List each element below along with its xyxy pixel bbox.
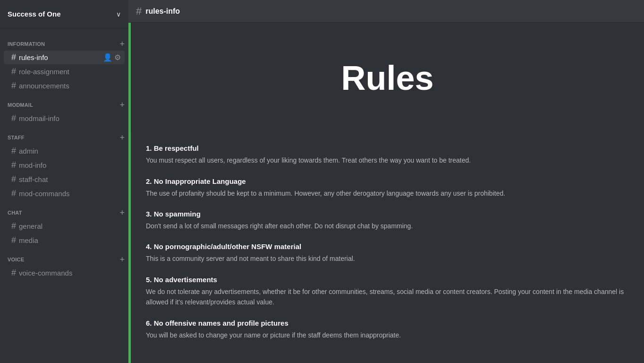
add-channel-information[interactable]: + — [119, 40, 125, 48]
category-label-modmail: MODMAIL — [8, 102, 33, 108]
header-hash-icon: # — [136, 5, 142, 17]
channel-item-mod-info[interactable]: # mod-info — [4, 158, 125, 172]
channel-header: # rules-info — [128, 0, 644, 23]
add-member-icon[interactable]: 👤 — [103, 53, 112, 62]
settings-icon[interactable]: ⚙ — [114, 53, 121, 62]
channel-name-general: general — [19, 222, 121, 230]
banner-title: Rules — [341, 59, 433, 97]
channel-name-role-assignment: role-assignment — [19, 68, 121, 76]
content-area[interactable]: Rules 1. Be respectful You must respect … — [128, 23, 644, 363]
rule-5: 5. No advertisements We do not tolerate … — [146, 276, 629, 308]
add-channel-modmail[interactable]: + — [119, 101, 125, 109]
add-channel-staff[interactable]: + — [119, 133, 125, 142]
rule-2-title: 2. No Inappropriate Language — [146, 177, 629, 185]
rule-6: 6. No offensive names and profile pictur… — [146, 319, 629, 340]
hash-icon-media: # — [11, 235, 16, 245]
channel-name-modmail-info: modmail-info — [19, 114, 121, 122]
channel-item-voice-commands[interactable]: # voice-commands — [4, 266, 125, 280]
channel-item-admin[interactable]: # admin — [4, 144, 125, 158]
rule-4-title: 4. No pornographic/adult/other NSFW mate… — [146, 242, 629, 251]
rule-3-description: Don't send a lot of small messages right… — [146, 221, 629, 231]
hash-icon-admin: # — [11, 146, 16, 156]
category-voice[interactable]: VOICE + — [0, 248, 128, 266]
channel-name-staff-chat: staff-chat — [19, 175, 121, 183]
category-label-chat: CHAT — [8, 210, 22, 216]
chevron-down-icon: ∨ — [116, 10, 121, 18]
hash-icon-voice-commands: # — [11, 268, 16, 278]
rule-3: 3. No spamming Don't send a lot of small… — [146, 210, 629, 231]
channel-item-role-assignment[interactable]: # role-assignment — [4, 65, 125, 78]
channel-list: INFORMATION + # rules-info 👤 ⚙ # role-as… — [0, 28, 128, 363]
add-channel-voice[interactable]: + — [119, 255, 125, 264]
channel-item-rules-info[interactable]: # rules-info 👤 ⚙ — [4, 51, 125, 64]
rule-4-description: This is a community server and not meant… — [146, 253, 629, 264]
rule-1: 1. Be respectful You must respect all us… — [146, 144, 629, 165]
channel-item-announcements[interactable]: # announcements — [4, 79, 125, 93]
hash-icon-general: # — [11, 221, 16, 231]
hash-icon-staff-chat: # — [11, 174, 16, 184]
rules-content: 1. Be respectful You must respect all us… — [128, 133, 644, 363]
server-header[interactable]: Success of One ∨ — [0, 0, 128, 28]
channel-item-staff-chat[interactable]: # staff-chat — [4, 173, 125, 186]
channel-name-announcements: announcements — [19, 82, 121, 90]
category-label-information: INFORMATION — [8, 41, 45, 47]
channel-name-admin: admin — [19, 147, 121, 155]
rule-6-description: You will be asked to change your name or… — [146, 330, 629, 340]
sidebar: Success of One ∨ INFORMATION + # rules-i… — [0, 0, 128, 363]
channel-name-voice-commands: voice-commands — [19, 269, 121, 277]
hash-icon-modmail-info: # — [11, 113, 16, 123]
hash-icon-announcements: # — [11, 81, 16, 91]
category-modmail[interactable]: MODMAIL + — [0, 93, 128, 111]
hash-icon-role-assignment: # — [11, 67, 16, 77]
rules-banner: Rules — [128, 23, 644, 133]
channel-name-media: media — [19, 236, 121, 244]
rule-5-title: 5. No advertisements — [146, 276, 629, 284]
channel-name-mod-commands: mod-commands — [19, 190, 121, 198]
rule-1-description: You must respect all users, regardless o… — [146, 155, 629, 165]
rule-3-title: 3. No spamming — [146, 210, 629, 218]
hash-icon-mod-commands: # — [11, 189, 16, 199]
category-label-voice: VOICE — [8, 257, 24, 262]
category-information[interactable]: INFORMATION + — [0, 32, 128, 50]
channel-item-modmail-info[interactable]: # modmail-info — [4, 112, 125, 125]
channel-item-general[interactable]: # general — [4, 219, 125, 233]
channel-name-mod-info: mod-info — [19, 161, 121, 169]
main-content: # rules-info Rules 1. Be respectful You … — [128, 0, 644, 363]
category-staff[interactable]: STAFF + — [0, 126, 128, 144]
channel-item-mod-commands[interactable]: # mod-commands — [4, 187, 125, 200]
category-label-staff: STAFF — [8, 135, 25, 140]
category-chat[interactable]: CHAT + — [0, 201, 128, 219]
rule-2-description: The use of profanity should be kept to a… — [146, 188, 629, 199]
server-name: Success of One — [8, 10, 61, 18]
add-channel-chat[interactable]: + — [119, 208, 125, 217]
rule-5-description: We do not tolerate any advertisements, w… — [146, 286, 629, 308]
rule-1-title: 1. Be respectful — [146, 144, 629, 152]
rule-6-title: 6. No offensive names and profile pictur… — [146, 319, 629, 327]
rule-4: 4. No pornographic/adult/other NSFW mate… — [146, 242, 629, 264]
header-channel-name: rules-info — [145, 7, 180, 16]
hash-icon-mod-info: # — [11, 160, 16, 170]
channel-icons-rules-info: 👤 ⚙ — [103, 53, 121, 62]
rule-2: 2. No Inappropriate Language The use of … — [146, 177, 629, 199]
channel-name-rules-info: rules-info — [19, 53, 103, 61]
channel-item-media[interactable]: # media — [4, 233, 125, 247]
hash-icon-rules-info: # — [11, 52, 16, 62]
